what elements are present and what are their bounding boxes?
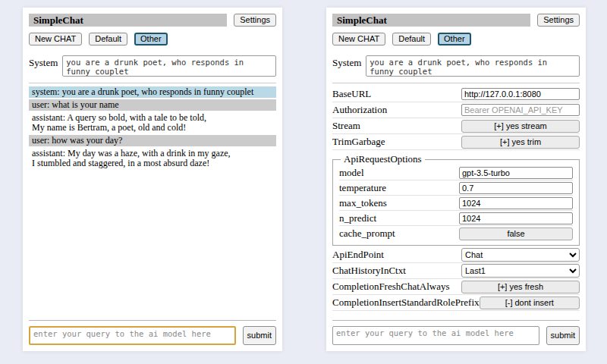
app-header: SimpleChat Settings xyxy=(29,14,276,27)
settings-button[interactable]: Settings xyxy=(537,14,580,27)
model-input[interactable] xyxy=(459,167,573,179)
new-chat-button[interactable]: New CHAT xyxy=(29,33,82,46)
app-title: SimpleChat xyxy=(337,14,387,26)
session-tab-other[interactable]: Other xyxy=(438,33,471,46)
submit-button[interactable]: submit xyxy=(546,326,580,345)
temperature-input[interactable] xyxy=(459,182,573,194)
setting-row-cache-prompt: cache_prompt false xyxy=(339,226,573,241)
section-divider xyxy=(332,83,580,83)
setting-row-authorization: Authorization xyxy=(332,102,580,118)
authorization-input[interactable] xyxy=(461,104,580,116)
setting-row-chat-history: ChatHistoryInCtxt Last1 xyxy=(332,263,580,279)
setting-row-n-predict: n_predict xyxy=(339,211,573,226)
query-divider xyxy=(332,320,580,321)
max-tokens-label: max_tokens xyxy=(339,197,459,209)
system-prompt-row: System you are a drunk poet, who respond… xyxy=(332,55,580,77)
chat-message-user: user: how was your day? xyxy=(29,135,276,146)
model-label: model xyxy=(339,167,459,179)
fresh-chat-label: CompletionFreshChatAlways xyxy=(332,281,461,293)
new-chat-button[interactable]: New CHAT xyxy=(332,33,385,46)
chat-messages: system: you are a drunk poet, who respon… xyxy=(29,86,276,169)
role-prefix-label: CompletionInsertStandardRolePrefix xyxy=(332,297,480,309)
setting-row-max-tokens: max_tokens xyxy=(339,196,573,211)
system-prompt-input[interactable]: you are a drunk poet, who responds in fu… xyxy=(62,55,276,77)
session-toolbar: New CHAT Default Other xyxy=(29,33,276,46)
chat-history-label: ChatHistoryInCtxt xyxy=(332,265,461,277)
stream-toggle-button[interactable]: [+] yes stream xyxy=(461,120,580,133)
fresh-chat-toggle-button[interactable]: [+] yes fresh xyxy=(461,281,580,293)
chat-message-assistant: assistant: My day was a haze, with a dri… xyxy=(29,148,276,169)
chat-message-assistant: assistant: A query so bold, with a tale … xyxy=(29,112,276,133)
session-tab-other[interactable]: Other xyxy=(134,33,168,46)
api-endpoint-select[interactable]: Chat xyxy=(461,248,580,262)
system-prompt-input[interactable]: you are a drunk poet, who responds in fu… xyxy=(366,55,580,77)
settings-button[interactable]: Settings xyxy=(234,14,276,27)
stream-label: Stream xyxy=(332,120,461,132)
app-titlebar: SimpleChat xyxy=(29,14,227,27)
chat-history-select[interactable]: Last1 xyxy=(461,264,580,278)
app-header: SimpleChat Settings xyxy=(332,14,580,27)
trimgarbage-label: TrimGarbage xyxy=(332,136,461,148)
api-endpoint-label: ApiEndPoint xyxy=(332,249,461,261)
section-divider xyxy=(29,83,276,83)
session-tab-default[interactable]: Default xyxy=(392,33,431,46)
api-request-options-fieldset: ApiRequestOptions model temperature max_… xyxy=(332,153,580,246)
settings-panel: SimpleChat Settings New CHAT Default Oth… xyxy=(326,8,586,351)
setting-row-api-endpoint: ApiEndPoint Chat xyxy=(332,247,580,263)
settings-list: BaseURL Authorization Stream [+] yes str… xyxy=(332,86,580,311)
baseurl-input[interactable] xyxy=(461,88,580,100)
temperature-label: temperature xyxy=(339,182,459,194)
authorization-label: Authorization xyxy=(332,104,461,116)
query-divider xyxy=(29,320,276,321)
setting-row-baseurl: BaseURL xyxy=(332,86,580,102)
system-label: System xyxy=(29,55,58,69)
query-bar: submit xyxy=(29,320,276,345)
role-prefix-toggle-button[interactable]: [-] dont insert xyxy=(480,297,580,309)
chat-panel: SimpleChat Settings New CHAT Default Oth… xyxy=(23,8,282,351)
setting-row-temperature: temperature xyxy=(339,180,573,196)
setting-row-role-prefix: CompletionInsertStandardRolePrefix [-] d… xyxy=(332,295,580,311)
trimgarbage-toggle-button[interactable]: [+] yes trim xyxy=(461,136,580,149)
n-predict-input[interactable] xyxy=(459,212,573,224)
cache-prompt-label: cache_prompt xyxy=(339,228,459,240)
max-tokens-input[interactable] xyxy=(459,197,573,209)
n-predict-label: n_predict xyxy=(339,212,459,224)
baseurl-label: BaseURL xyxy=(332,88,461,100)
session-tab-default[interactable]: Default xyxy=(89,33,127,46)
setting-row-stream: Stream [+] yes stream xyxy=(332,118,580,134)
cache-prompt-toggle-button[interactable]: false xyxy=(459,228,573,240)
chat-message-user: user: what is your name xyxy=(29,99,276,111)
setting-row-trimgarbage: TrimGarbage [+] yes trim xyxy=(332,134,580,150)
query-input[interactable] xyxy=(332,326,539,345)
submit-button[interactable]: submit xyxy=(243,326,276,345)
setting-row-fresh-chat: CompletionFreshChatAlways [+] yes fresh xyxy=(332,279,580,295)
system-prompt-row: System you are a drunk poet, who respond… xyxy=(29,55,276,77)
session-toolbar: New CHAT Default Other xyxy=(332,33,580,46)
app-titlebar: SimpleChat xyxy=(332,14,530,27)
query-input[interactable] xyxy=(29,326,236,345)
system-label: System xyxy=(332,55,361,69)
api-request-options-legend: ApiRequestOptions xyxy=(341,153,425,165)
query-bar: submit xyxy=(332,320,580,345)
setting-row-model: model xyxy=(339,165,573,180)
app-title: SimpleChat xyxy=(33,14,83,26)
chat-message-system: system: you are a drunk poet, who respon… xyxy=(29,86,276,98)
